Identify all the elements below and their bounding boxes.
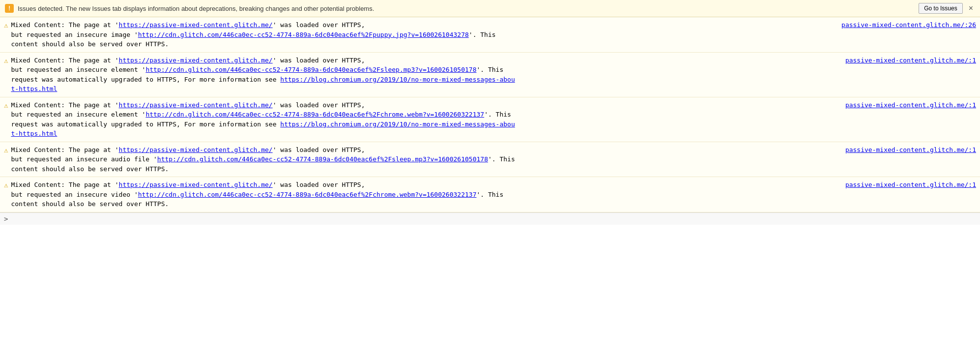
console-area: ⚠ Mixed Content: The page at 'https://pa… bbox=[0, 17, 980, 212]
console-message: ⚠ Mixed Content: The page at 'https://pa… bbox=[0, 142, 980, 178]
resource-url-link-3[interactable]: http://cdn.glitch.com/446ca0ec-cc52-4774… bbox=[145, 111, 484, 118]
blog-url-link-2[interactable]: https://blog.chromium.org/2019/10/no-mor… bbox=[280, 76, 515, 83]
go-to-issues-button[interactable]: Go to Issues bbox=[919, 3, 962, 14]
resource-url-link-1[interactable]: http://cdn.glitch.com/446ca0ec-cc52-4774… bbox=[138, 31, 469, 38]
warning-icon: ! bbox=[5, 4, 14, 13]
message-text-2: Mixed Content: The page at 'https://pass… bbox=[11, 56, 840, 94]
message-text-5: Mixed Content: The page at 'https://pass… bbox=[11, 180, 840, 209]
message-content: Mixed Content: The page at 'https://pass… bbox=[11, 180, 976, 209]
console-message: ⚠ Mixed Content: The page at 'https://pa… bbox=[0, 53, 980, 97]
message-location-3[interactable]: passive-mixed-content.glitch.me/:1 bbox=[845, 100, 976, 110]
page-url-link-1[interactable]: https://passive-mixed-content.glitch.me/ bbox=[119, 21, 273, 29]
console-message: ⚠ Mixed Content: The page at 'https://pa… bbox=[0, 177, 980, 212]
message-content: Mixed Content: The page at 'https://pass… bbox=[11, 56, 976, 94]
warning-triangle-icon: ⚠ bbox=[4, 181, 8, 189]
resource-url-link-2[interactable]: http://cdn.glitch.com/446ca0ec-cc52-4774… bbox=[145, 66, 476, 73]
message-location-4[interactable]: passive-mixed-content.glitch.me/:1 bbox=[845, 145, 976, 155]
message-location-5[interactable]: passive-mixed-content.glitch.me/:1 bbox=[845, 180, 976, 190]
close-button[interactable]: × bbox=[967, 4, 975, 13]
warning-triangle-icon: ⚠ bbox=[4, 21, 8, 29]
message-location-2[interactable]: passive-mixed-content.glitch.me/:1 bbox=[845, 56, 976, 65]
warning-triangle-icon: ⚠ bbox=[4, 57, 8, 64]
message-text-3: Mixed Content: The page at 'https://pass… bbox=[11, 100, 840, 139]
issues-banner-text: Issues detected. The new Issues tab disp… bbox=[18, 5, 915, 12]
warning-triangle-icon: ⚠ bbox=[4, 101, 8, 109]
page-url-link-5[interactable]: https://passive-mixed-content.glitch.me/ bbox=[119, 181, 273, 188]
message-content: Mixed Content: The page at 'https://pass… bbox=[11, 20, 976, 49]
page-url-link-4[interactable]: https://passive-mixed-content.glitch.me/ bbox=[119, 146, 273, 153]
resource-url-link-5[interactable]: http://cdn.glitch.com/446ca0ec-cc52-4774… bbox=[138, 191, 477, 198]
blog-url-link-2b[interactable]: t-https.html bbox=[11, 85, 57, 92]
blog-url-link-3[interactable]: https://blog.chromium.org/2019/10/no-mor… bbox=[280, 120, 515, 128]
chevron-right-icon[interactable]: > bbox=[4, 215, 8, 223]
page-url-link-3[interactable]: https://passive-mixed-content.glitch.me/ bbox=[119, 101, 273, 109]
console-message: ⚠ Mixed Content: The page at 'https://pa… bbox=[0, 97, 980, 142]
console-message: ⚠ Mixed Content: The page at 'https://pa… bbox=[0, 17, 980, 53]
page-url-link-2[interactable]: https://passive-mixed-content.glitch.me/ bbox=[119, 57, 273, 64]
blog-url-link-3b[interactable]: t-https.html bbox=[11, 130, 57, 137]
message-content: Mixed Content: The page at 'https://pass… bbox=[11, 100, 976, 139]
message-location-1[interactable]: passive-mixed-content.glitch.me/:26 bbox=[841, 20, 976, 30]
warning-triangle-icon: ⚠ bbox=[4, 146, 8, 154]
issues-banner: ! Issues detected. The new Issues tab di… bbox=[0, 0, 980, 17]
resource-url-link-4[interactable]: http://cdn.glitch.com/446ca0ec-cc52-4774… bbox=[157, 155, 488, 163]
message-text-4: Mixed Content: The page at 'https://pass… bbox=[11, 145, 840, 174]
message-content: Mixed Content: The page at 'https://pass… bbox=[11, 145, 976, 174]
message-text-1: Mixed Content: The page at 'https://pass… bbox=[11, 20, 836, 49]
console-bottom-bar: > bbox=[0, 212, 980, 225]
